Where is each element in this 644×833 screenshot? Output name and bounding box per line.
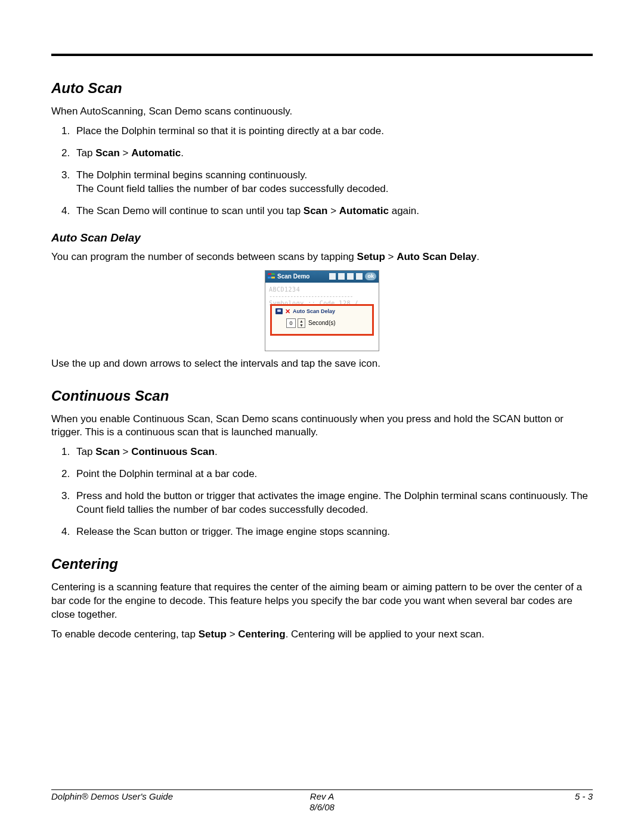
page-footer: Dolphin® Demos User's Guide Rev A 8/6/08… — [51, 791, 593, 813]
dialog-row: 0 ▲ ▼ Second(s) — [286, 318, 369, 328]
screenshot-faint-text: ABCD1234 — [269, 286, 375, 293]
delay-below: Use the up and down arrows to select the… — [51, 357, 593, 371]
footer-rule — [51, 789, 593, 790]
footer-date: 8/6/08 — [309, 802, 335, 812]
step-text: Tap — [76, 446, 95, 457]
list-item: Place the Dolphin terminal so that it is… — [73, 125, 593, 138]
step-text: > — [120, 147, 131, 159]
centering-para1: Centering is a scanning feature that req… — [51, 581, 593, 622]
step-text: Tap — [76, 147, 95, 159]
step-text: > — [120, 446, 131, 457]
step-text: Release the Scan button or trigger. The … — [76, 526, 390, 537]
step-bold: Scan — [95, 446, 120, 457]
heading-auto-scan-delay: Auto Scan Delay — [51, 231, 593, 244]
text: . — [476, 251, 479, 262]
autoscan-intro: When AutoScanning, Scan Demo scans conti… — [51, 105, 593, 119]
list-item: Tap Scan > Continuous Scan. — [73, 445, 593, 459]
continuous-steps: Tap Scan > Continuous Scan. Point the Do… — [51, 445, 593, 539]
step-subtext: The Count field tallies the number of ba… — [76, 182, 593, 196]
centering-para2: To enable decode centering, tap Setup > … — [51, 628, 593, 642]
page: Auto Scan When AutoScanning, Scan Demo s… — [0, 0, 644, 833]
footer-rev: Rev A — [310, 791, 334, 801]
screenshot-titlebar: Scan Demo ok — [265, 271, 379, 283]
save-icon[interactable] — [275, 308, 283, 314]
seconds-value-input[interactable]: 0 — [286, 318, 296, 328]
list-item: Tap Scan > Automatic. — [73, 147, 593, 160]
seconds-label: Second(s) — [308, 320, 336, 326]
step-bold: Scan — [95, 147, 120, 159]
text: You can program the number of seconds be… — [51, 251, 357, 262]
bold: Setup — [357, 251, 385, 262]
dialog-header: ✕ Auto Scan Delay — [275, 308, 369, 315]
screenshot: Scan Demo ok ABCD1234 ------------------… — [265, 270, 379, 351]
ok-button[interactable]: ok — [365, 272, 376, 280]
top-rule — [51, 54, 593, 56]
seconds-spinner[interactable]: ▲ ▼ — [298, 318, 305, 328]
step-text: Place the Dolphin terminal so that it is… — [76, 125, 384, 137]
list-item: Press and hold the button or trigger tha… — [73, 490, 593, 517]
bold: Auto Scan Delay — [397, 251, 476, 262]
volume-icon — [356, 273, 363, 280]
connectivity-icon — [338, 273, 345, 280]
windows-flag-icon — [268, 273, 275, 280]
screenshot-faint-text: ---------------------------- — [269, 293, 375, 300]
heading-continuous-scan: Continuous Scan — [51, 388, 593, 404]
step-bold: Continuous Scan — [131, 446, 215, 457]
text: . Centering will be applied to your next… — [286, 628, 485, 640]
step-text: Point the Dolphin terminal at a bar code… — [76, 468, 257, 479]
dialog-title: Auto Scan Delay — [293, 308, 335, 314]
list-item: The Scan Demo will continue to scan unti… — [73, 205, 593, 218]
step-text: . — [215, 446, 218, 457]
screenshot-wrap: Scan Demo ok ABCD1234 ------------------… — [51, 270, 593, 351]
heading-centering: Centering — [51, 556, 593, 572]
step-text: again. — [389, 205, 419, 216]
chevron-down-icon[interactable]: ▼ — [298, 323, 305, 327]
auto-scan-delay-dialog: ✕ Auto Scan Delay 0 ▲ ▼ Second(s) — [270, 304, 374, 336]
continuous-intro: When you enable Continuous Scan, Scan De… — [51, 413, 593, 440]
text: To enable decode centering, tap — [51, 628, 199, 640]
list-item: Point the Dolphin terminal at a bar code… — [73, 467, 593, 481]
list-item: Release the Scan button or trigger. The … — [73, 525, 593, 539]
footer-page-number: 5 - 3 — [412, 791, 593, 801]
text: > — [227, 628, 238, 640]
step-bold: Automatic — [131, 147, 181, 159]
battery-icon — [329, 273, 336, 280]
screenshot-title: Scan Demo — [277, 273, 309, 280]
screenshot-client: ABCD1234 ---------------------------- Sy… — [265, 283, 379, 351]
delay-para: You can program the number of seconds be… — [51, 250, 593, 264]
signal-icon — [347, 273, 354, 280]
step-text: The Dolphin terminal begins scanning con… — [76, 169, 307, 181]
list-item: The Dolphin terminal begins scanning con… — [73, 169, 593, 196]
autoscan-steps: Place the Dolphin terminal so that it is… — [51, 125, 593, 218]
text: > — [385, 251, 397, 262]
bold: Setup — [199, 628, 227, 640]
step-bold: Automatic — [339, 205, 389, 216]
bold: Centering — [238, 628, 285, 640]
step-text: > — [327, 205, 339, 216]
step-text: Press and hold the button or trigger tha… — [76, 490, 588, 515]
footer-center: Rev A 8/6/08 — [232, 791, 413, 813]
chevron-up-icon[interactable]: ▲ — [298, 319, 305, 323]
step-text: The Scan Demo will continue to scan unti… — [76, 205, 304, 216]
heading-auto-scan: Auto Scan — [51, 80, 593, 97]
close-icon[interactable]: ✕ — [285, 308, 290, 315]
step-text: . — [181, 147, 184, 159]
step-bold: Scan — [304, 205, 328, 216]
footer-guide-title: Dolphin® Demos User's Guide — [51, 791, 232, 801]
